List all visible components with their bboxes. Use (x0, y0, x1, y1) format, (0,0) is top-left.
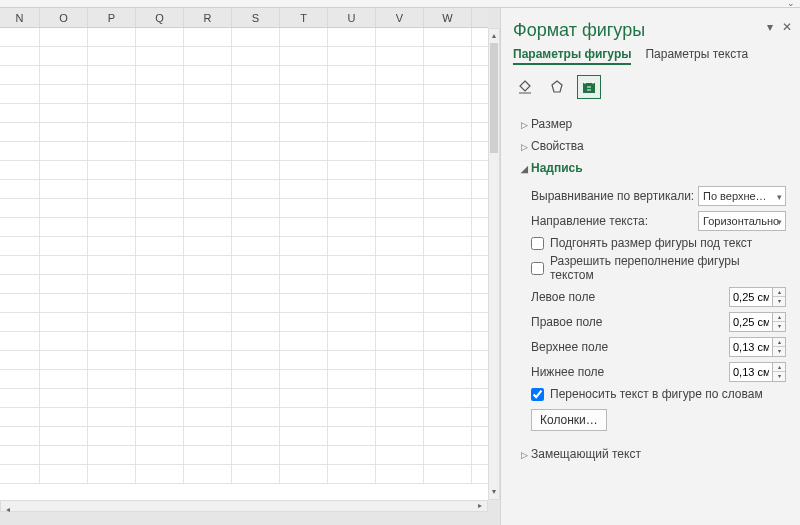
section-size[interactable]: ▷Размер (513, 113, 790, 135)
cell[interactable] (88, 199, 136, 217)
grid-row[interactable] (0, 465, 488, 484)
col-header[interactable]: N (0, 8, 40, 27)
cell[interactable] (0, 389, 40, 407)
cell[interactable] (136, 161, 184, 179)
cell[interactable] (232, 66, 280, 84)
cell[interactable] (40, 28, 88, 46)
fill-line-icon[interactable] (513, 75, 537, 99)
cell[interactable] (328, 161, 376, 179)
right-margin-spinner[interactable]: ▴▾ (729, 312, 786, 332)
cell[interactable] (424, 104, 472, 122)
cell[interactable] (232, 446, 280, 464)
col-header[interactable]: S (232, 8, 280, 27)
cell[interactable] (40, 180, 88, 198)
overflow-checkbox[interactable]: Разрешить переполнение фигуры текстом (531, 254, 786, 282)
cell[interactable] (280, 180, 328, 198)
cell[interactable] (184, 66, 232, 84)
cell[interactable] (40, 332, 88, 350)
cell[interactable] (40, 256, 88, 274)
cell[interactable] (136, 294, 184, 312)
cell[interactable] (376, 465, 424, 483)
grid-row[interactable] (0, 294, 488, 313)
cell[interactable] (328, 294, 376, 312)
cell[interactable] (376, 256, 424, 274)
cell[interactable] (280, 313, 328, 331)
cell[interactable] (184, 237, 232, 255)
scroll-right-icon[interactable]: ▸ (473, 501, 487, 511)
cell[interactable] (280, 332, 328, 350)
cell[interactable] (280, 408, 328, 426)
cell[interactable] (184, 199, 232, 217)
grid-row[interactable] (0, 161, 488, 180)
pane-menu-icon[interactable]: ▾ (767, 20, 773, 34)
cell[interactable] (136, 66, 184, 84)
cell[interactable] (280, 370, 328, 388)
cell[interactable] (424, 161, 472, 179)
cell[interactable] (88, 161, 136, 179)
cell[interactable] (88, 85, 136, 103)
section-textbox[interactable]: ◢Надпись (513, 157, 790, 179)
cell[interactable] (184, 256, 232, 274)
cell[interactable] (328, 389, 376, 407)
left-margin-input[interactable] (729, 287, 773, 307)
cell[interactable] (40, 123, 88, 141)
cell[interactable] (232, 408, 280, 426)
cell[interactable] (184, 427, 232, 445)
cell[interactable] (0, 275, 40, 293)
cell[interactable] (0, 351, 40, 369)
cell[interactable] (280, 256, 328, 274)
autofit-input[interactable] (531, 237, 544, 250)
valign-combo[interactable]: По верхне… (698, 186, 786, 206)
cell[interactable] (376, 370, 424, 388)
cell[interactable] (0, 313, 40, 331)
cell[interactable] (136, 446, 184, 464)
cell[interactable] (376, 104, 424, 122)
columns-button[interactable]: Колонки… (531, 409, 607, 431)
cell[interactable] (280, 294, 328, 312)
cell[interactable] (184, 123, 232, 141)
cell[interactable] (0, 123, 40, 141)
cell[interactable] (136, 275, 184, 293)
cell[interactable] (0, 47, 40, 65)
cell[interactable] (328, 142, 376, 160)
cell[interactable] (424, 66, 472, 84)
cell[interactable] (232, 465, 280, 483)
cell[interactable] (0, 85, 40, 103)
cell[interactable] (232, 28, 280, 46)
cell[interactable] (328, 180, 376, 198)
wrap-checkbox[interactable]: Переносить текст в фигуре по словам (531, 387, 786, 401)
bottom-margin-spinner[interactable]: ▴▾ (729, 362, 786, 382)
grid[interactable]: N O P Q R S T U V W (0, 8, 488, 500)
cell[interactable] (232, 199, 280, 217)
cell[interactable] (136, 123, 184, 141)
cell[interactable] (184, 47, 232, 65)
spin-down-icon[interactable]: ▾ (773, 372, 785, 381)
grid-row[interactable] (0, 256, 488, 275)
cell[interactable] (280, 161, 328, 179)
cell[interactable] (136, 199, 184, 217)
cell[interactable] (280, 104, 328, 122)
col-header[interactable]: U (328, 8, 376, 27)
cell[interactable] (232, 161, 280, 179)
cell[interactable] (136, 85, 184, 103)
grid-row[interactable] (0, 237, 488, 256)
cell[interactable] (328, 237, 376, 255)
cell[interactable] (136, 465, 184, 483)
cell[interactable] (232, 313, 280, 331)
cell[interactable] (376, 294, 424, 312)
cell[interactable] (232, 275, 280, 293)
col-header[interactable]: V (376, 8, 424, 27)
cell[interactable] (328, 104, 376, 122)
cell[interactable] (0, 370, 40, 388)
cell[interactable] (328, 332, 376, 350)
cell[interactable] (424, 47, 472, 65)
cell[interactable] (136, 104, 184, 122)
cell[interactable] (424, 199, 472, 217)
grid-row[interactable] (0, 332, 488, 351)
cell[interactable] (136, 180, 184, 198)
grid-row[interactable] (0, 351, 488, 370)
grid-row[interactable] (0, 66, 488, 85)
col-header[interactable]: T (280, 8, 328, 27)
cell[interactable] (184, 180, 232, 198)
cell[interactable] (232, 218, 280, 236)
